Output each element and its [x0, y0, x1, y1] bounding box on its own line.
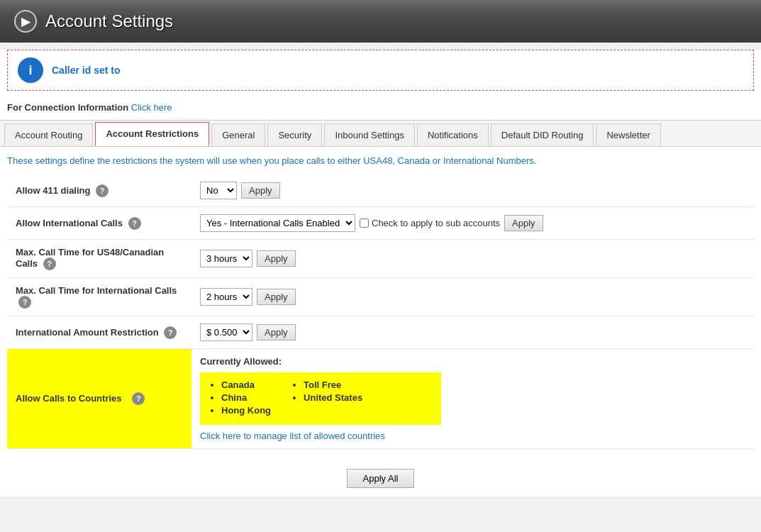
- setting-row-allow-411: Allow 411 dialing ?NoYesApply: [7, 174, 754, 207]
- country-item: China: [221, 392, 271, 403]
- control-max-call-us48: 1 hour2 hours3 hours4 hours5 hours6 hour…: [191, 240, 754, 278]
- select-max-call-intl[interactable]: 1 hour2 hours3 hours4 hours5 hours: [200, 288, 252, 306]
- control-intl-amount: $ 0.100$ 0.250$ 0.500$ 1.000$ 2.000Apply: [191, 316, 754, 349]
- help-icon-allow-international[interactable]: ?: [128, 217, 141, 230]
- select-allow-international[interactable]: Yes - International Calls EnabledNo - In…: [200, 214, 355, 232]
- select-intl-amount[interactable]: $ 0.100$ 0.250$ 0.500$ 1.000$ 2.000: [200, 323, 252, 341]
- label-allow-international: Allow International Calls ?: [7, 207, 191, 240]
- country-item: Toll Free: [304, 379, 362, 390]
- setting-row-allow-international: Allow International Calls ?Yes - Interna…: [7, 207, 754, 240]
- apply-button-max-call-us48[interactable]: Apply: [257, 250, 296, 267]
- info-icon: i: [18, 57, 43, 83]
- connection-info-label: For Connection Information: [7, 102, 128, 113]
- countries-box: CanadaChinaHong KongToll FreeUnited Stat…: [200, 372, 441, 425]
- help-icon-max-call-us48[interactable]: ?: [43, 257, 56, 270]
- tab-general[interactable]: General: [211, 123, 265, 146]
- label-allow-411: Allow 411 dialing ?: [7, 174, 191, 207]
- tab-security[interactable]: Security: [267, 123, 322, 146]
- subaccount-checkbox[interactable]: [360, 218, 369, 228]
- apply-all-row: Apply All: [7, 460, 754, 497]
- countries-row: Allow Calls to Countries ? Currently All…: [7, 349, 754, 449]
- tab-bar: Account RoutingAccount RestrictionsGener…: [0, 120, 761, 147]
- country-item: Canada: [221, 379, 271, 390]
- control-max-call-intl: 1 hour2 hours3 hours4 hours5 hoursApply: [191, 278, 754, 316]
- right-country-list: Toll FreeUnited States: [292, 379, 362, 418]
- apply-button-allow-411[interactable]: Apply: [241, 182, 280, 199]
- tab-inbound-settings[interactable]: Inbound Settings: [324, 123, 415, 146]
- apply-button-max-call-intl[interactable]: Apply: [257, 289, 296, 305]
- header-icon: ▶: [14, 10, 37, 33]
- page-header: ▶ Account Settings: [0, 0, 761, 43]
- settings-table: Allow 411 dialing ?NoYesApplyAllow Inter…: [7, 174, 754, 449]
- help-icon-max-call-intl[interactable]: ?: [18, 296, 31, 309]
- settings-description: These settings define the restrictions t…: [0, 147, 761, 174]
- info-bar: i Caller id set to: [7, 50, 754, 91]
- main-content: i Caller id set to For Connection Inform…: [0, 50, 761, 497]
- connection-info-bar: For Connection Information Click here: [0, 98, 761, 120]
- select-max-call-us48[interactable]: 1 hour2 hours3 hours4 hours5 hours6 hour…: [200, 250, 252, 267]
- label-max-call-us48: Max. Call Time for US48/Canadian Calls ?: [7, 240, 191, 278]
- control-allow-international: Yes - International Calls EnabledNo - In…: [191, 207, 754, 240]
- tab-account-restrictions[interactable]: Account Restrictions: [95, 122, 209, 146]
- countries-help-icon[interactable]: ?: [132, 392, 145, 405]
- left-country-list: CanadaChinaHong Kong: [210, 379, 271, 418]
- tab-account-routing[interactable]: Account Routing: [4, 123, 93, 146]
- countries-label: Allow Calls to Countries ?: [7, 349, 191, 449]
- currently-allowed-label: Currently Allowed:: [200, 356, 745, 367]
- label-intl-amount: International Amount Restriction ?: [7, 316, 191, 349]
- apply-button-intl-amount[interactable]: Apply: [257, 324, 296, 340]
- tab-notifications[interactable]: Notifications: [417, 123, 489, 146]
- apply-button-allow-international[interactable]: Apply: [504, 215, 543, 231]
- settings-area: Allow 411 dialing ?NoYesApplyAllow Inter…: [0, 174, 761, 497]
- connection-info-link[interactable]: Click here: [131, 102, 172, 113]
- setting-row-max-call-us48: Max. Call Time for US48/Canadian Calls ?…: [7, 240, 754, 278]
- select-allow-411[interactable]: NoYes: [200, 182, 237, 199]
- label-max-call-intl: Max. Call Time for International Calls ?: [7, 278, 191, 316]
- tab-newsletter[interactable]: Newsletter: [596, 123, 660, 146]
- country-item: Hong Kong: [221, 405, 271, 416]
- setting-row-max-call-intl: Max. Call Time for International Calls ?…: [7, 278, 754, 316]
- help-icon-intl-amount[interactable]: ?: [164, 326, 177, 339]
- countries-control-cell: Currently Allowed: CanadaChinaHong KongT…: [191, 349, 754, 449]
- tab-default-did-routing[interactable]: Default DID Routing: [491, 123, 594, 146]
- caller-id-text: Caller id set to: [52, 65, 120, 76]
- help-icon-allow-411[interactable]: ?: [96, 184, 109, 197]
- apply-all-button[interactable]: Apply All: [347, 469, 415, 488]
- country-item: United States: [304, 392, 362, 403]
- control-allow-411: NoYesApply: [191, 174, 754, 207]
- page-title: Account Settings: [45, 11, 173, 31]
- setting-row-intl-amount: International Amount Restriction ?$ 0.10…: [7, 316, 754, 349]
- manage-countries-link[interactable]: Click here to manage list of allowed cou…: [200, 431, 385, 441]
